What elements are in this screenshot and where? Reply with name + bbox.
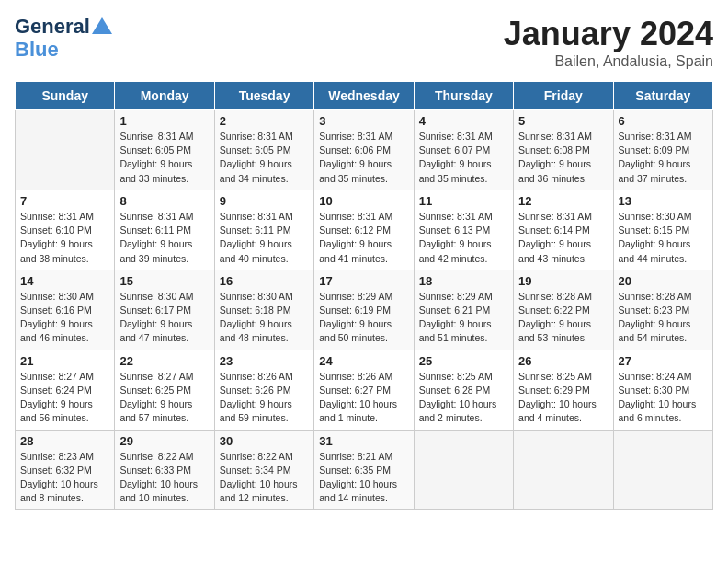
- day-info: Sunrise: 8:31 AMSunset: 6:13 PMDaylight:…: [419, 210, 508, 266]
- month-title: January 2024: [504, 15, 713, 53]
- weekday-row: SundayMondayTuesdayWednesdayThursdayFrid…: [16, 82, 713, 110]
- day-number: 5: [518, 114, 608, 128]
- calendar-cell: 17Sunrise: 8:29 AMSunset: 6:19 PMDayligh…: [314, 270, 414, 350]
- day-info: Sunrise: 8:26 AMSunset: 6:27 PMDaylight:…: [319, 370, 408, 426]
- logo-triangle-icon: [92, 17, 112, 34]
- calendar-cell: 4Sunrise: 8:31 AMSunset: 6:07 PMDaylight…: [414, 110, 513, 190]
- day-number: 8: [119, 194, 209, 208]
- weekday-header: Tuesday: [214, 82, 313, 110]
- calendar-cell: 31Sunrise: 8:21 AMSunset: 6:35 PMDayligh…: [314, 430, 414, 510]
- calendar-cell: 8Sunrise: 8:31 AMSunset: 6:11 PMDaylight…: [115, 190, 214, 270]
- day-number: 25: [419, 354, 508, 368]
- page-header: General Blue January 2024 Bailen, Andalu…: [15, 15, 713, 70]
- calendar-cell: 25Sunrise: 8:25 AMSunset: 6:28 PMDayligh…: [414, 350, 513, 430]
- calendar-cell: 24Sunrise: 8:26 AMSunset: 6:27 PMDayligh…: [314, 350, 414, 430]
- calendar-cell: 7Sunrise: 8:31 AMSunset: 6:10 PMDaylight…: [16, 190, 115, 270]
- day-number: 16: [220, 274, 309, 288]
- day-info: Sunrise: 8:29 AMSunset: 6:19 PMDaylight:…: [319, 290, 408, 346]
- day-number: 3: [319, 114, 408, 128]
- calendar-cell: 26Sunrise: 8:25 AMSunset: 6:29 PMDayligh…: [514, 350, 613, 430]
- calendar-cell: 27Sunrise: 8:24 AMSunset: 6:30 PMDayligh…: [613, 350, 712, 430]
- calendar-body: 1Sunrise: 8:31 AMSunset: 6:05 PMDaylight…: [16, 110, 713, 510]
- calendar-cell: [16, 110, 115, 190]
- weekday-header: Saturday: [613, 82, 712, 110]
- calendar-week-row: 7Sunrise: 8:31 AMSunset: 6:10 PMDaylight…: [16, 190, 713, 270]
- calendar-cell: 2Sunrise: 8:31 AMSunset: 6:05 PMDaylight…: [214, 110, 313, 190]
- calendar-cell: 21Sunrise: 8:27 AMSunset: 6:24 PMDayligh…: [16, 350, 115, 430]
- calendar-cell: 30Sunrise: 8:22 AMSunset: 6:34 PMDayligh…: [214, 430, 313, 510]
- calendar-cell: 23Sunrise: 8:26 AMSunset: 6:26 PMDayligh…: [214, 350, 313, 430]
- day-number: 23: [220, 354, 309, 368]
- calendar-cell: 18Sunrise: 8:29 AMSunset: 6:21 PMDayligh…: [414, 270, 513, 350]
- day-info: Sunrise: 8:31 AMSunset: 6:14 PMDaylight:…: [518, 210, 608, 266]
- day-info: Sunrise: 8:31 AMSunset: 6:07 PMDaylight:…: [419, 130, 508, 186]
- day-number: 4: [419, 114, 508, 128]
- day-number: 17: [319, 274, 408, 288]
- day-info: Sunrise: 8:30 AMSunset: 6:17 PMDaylight:…: [119, 290, 209, 346]
- day-number: 24: [319, 354, 408, 368]
- day-number: 9: [220, 194, 309, 208]
- calendar-cell: 5Sunrise: 8:31 AMSunset: 6:08 PMDaylight…: [514, 110, 613, 190]
- calendar-cell: [414, 430, 513, 510]
- calendar-cell: 15Sunrise: 8:30 AMSunset: 6:17 PMDayligh…: [115, 270, 214, 350]
- day-number: 18: [419, 274, 508, 288]
- day-number: 12: [518, 194, 608, 208]
- day-number: 13: [619, 194, 708, 208]
- day-number: 15: [119, 274, 209, 288]
- day-info: Sunrise: 8:22 AMSunset: 6:33 PMDaylight:…: [119, 450, 209, 506]
- day-number: 11: [419, 194, 508, 208]
- day-number: 31: [319, 434, 408, 448]
- calendar-cell: 12Sunrise: 8:31 AMSunset: 6:14 PMDayligh…: [514, 190, 613, 270]
- day-info: Sunrise: 8:31 AMSunset: 6:09 PMDaylight:…: [619, 130, 708, 186]
- logo: General Blue: [15, 15, 112, 62]
- day-number: 6: [619, 114, 708, 128]
- day-number: 7: [20, 194, 109, 208]
- day-info: Sunrise: 8:31 AMSunset: 6:11 PMDaylight:…: [119, 210, 209, 266]
- day-number: 28: [20, 434, 109, 448]
- day-number: 20: [619, 274, 708, 288]
- logo-text: General Blue: [15, 15, 112, 62]
- day-number: 26: [518, 354, 608, 368]
- day-number: 29: [119, 434, 209, 448]
- day-number: 21: [20, 354, 109, 368]
- title-block: January 2024 Bailen, Andalusia, Spain: [504, 15, 713, 70]
- day-info: Sunrise: 8:21 AMSunset: 6:35 PMDaylight:…: [319, 450, 408, 506]
- day-info: Sunrise: 8:28 AMSunset: 6:22 PMDaylight:…: [518, 290, 608, 346]
- calendar-header: SundayMondayTuesdayWednesdayThursdayFrid…: [16, 82, 713, 110]
- calendar-week-row: 21Sunrise: 8:27 AMSunset: 6:24 PMDayligh…: [16, 350, 713, 430]
- day-info: Sunrise: 8:31 AMSunset: 6:05 PMDaylight:…: [220, 130, 309, 186]
- calendar-cell: 20Sunrise: 8:28 AMSunset: 6:23 PMDayligh…: [613, 270, 712, 350]
- day-info: Sunrise: 8:30 AMSunset: 6:15 PMDaylight:…: [619, 210, 708, 266]
- calendar-cell: 29Sunrise: 8:22 AMSunset: 6:33 PMDayligh…: [115, 430, 214, 510]
- day-info: Sunrise: 8:30 AMSunset: 6:18 PMDaylight:…: [220, 290, 309, 346]
- day-info: Sunrise: 8:27 AMSunset: 6:25 PMDaylight:…: [119, 370, 209, 426]
- day-info: Sunrise: 8:29 AMSunset: 6:21 PMDaylight:…: [419, 290, 508, 346]
- calendar-table: SundayMondayTuesdayWednesdayThursdayFrid…: [15, 81, 713, 510]
- day-number: 1: [119, 114, 209, 128]
- day-number: 27: [619, 354, 708, 368]
- day-info: Sunrise: 8:31 AMSunset: 6:08 PMDaylight:…: [518, 130, 608, 186]
- day-number: 14: [20, 274, 109, 288]
- location-subtitle: Bailen, Andalusia, Spain: [504, 53, 713, 70]
- day-number: 10: [319, 194, 408, 208]
- day-info: Sunrise: 8:23 AMSunset: 6:32 PMDaylight:…: [20, 450, 109, 506]
- calendar-cell: 9Sunrise: 8:31 AMSunset: 6:11 PMDaylight…: [214, 190, 313, 270]
- weekday-header: Sunday: [16, 82, 115, 110]
- weekday-header: Monday: [115, 82, 214, 110]
- calendar-cell: 19Sunrise: 8:28 AMSunset: 6:22 PMDayligh…: [514, 270, 613, 350]
- calendar-cell: 6Sunrise: 8:31 AMSunset: 6:09 PMDaylight…: [613, 110, 712, 190]
- day-info: Sunrise: 8:26 AMSunset: 6:26 PMDaylight:…: [220, 370, 309, 426]
- day-info: Sunrise: 8:25 AMSunset: 6:29 PMDaylight:…: [518, 370, 608, 426]
- day-info: Sunrise: 8:25 AMSunset: 6:28 PMDaylight:…: [419, 370, 508, 426]
- calendar-cell: 11Sunrise: 8:31 AMSunset: 6:13 PMDayligh…: [414, 190, 513, 270]
- day-info: Sunrise: 8:27 AMSunset: 6:24 PMDaylight:…: [20, 370, 109, 426]
- calendar-cell: [514, 430, 613, 510]
- day-info: Sunrise: 8:31 AMSunset: 6:11 PMDaylight:…: [220, 210, 309, 266]
- calendar-cell: 28Sunrise: 8:23 AMSunset: 6:32 PMDayligh…: [16, 430, 115, 510]
- calendar-week-row: 28Sunrise: 8:23 AMSunset: 6:32 PMDayligh…: [16, 430, 713, 510]
- svg-marker-0: [92, 17, 112, 34]
- calendar-cell: 10Sunrise: 8:31 AMSunset: 6:12 PMDayligh…: [314, 190, 414, 270]
- calendar-cell: 1Sunrise: 8:31 AMSunset: 6:05 PMDaylight…: [115, 110, 214, 190]
- day-info: Sunrise: 8:22 AMSunset: 6:34 PMDaylight:…: [220, 450, 309, 506]
- weekday-header: Wednesday: [314, 82, 414, 110]
